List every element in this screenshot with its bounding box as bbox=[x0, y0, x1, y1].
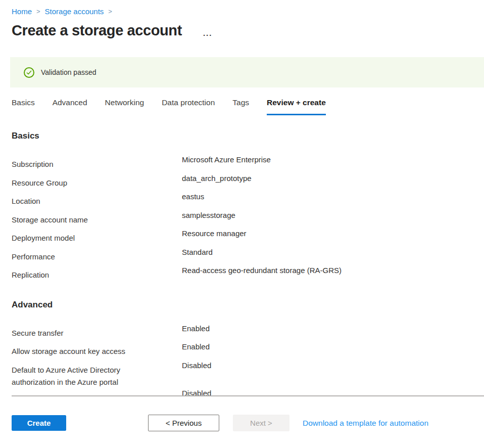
download-template-link[interactable]: Download a template for automation bbox=[303, 419, 428, 428]
section-heading-advanced: Advanced bbox=[12, 300, 484, 310]
row-label: Storage account name bbox=[12, 210, 182, 226]
row-label: Replication bbox=[12, 265, 182, 281]
tab-advanced[interactable]: Advanced bbox=[53, 98, 87, 115]
summary-row-replication: Replication Read-access geo-redundant st… bbox=[12, 265, 484, 284]
row-label: Performance bbox=[12, 247, 182, 263]
section-heading-basics: Basics bbox=[12, 131, 484, 141]
basics-summary-list: Subscription Microsoft Azure Enterprise … bbox=[0, 155, 484, 284]
row-value: Microsoft Azure Enterprise bbox=[182, 155, 271, 165]
create-storage-account-page: Home > Storage accounts > Create a stora… bbox=[0, 0, 484, 448]
tab-tags[interactable]: Tags bbox=[232, 98, 249, 115]
page-title: Create a storage account bbox=[12, 22, 182, 39]
row-label: Resource Group bbox=[12, 173, 182, 189]
row-value: eastus bbox=[182, 192, 204, 202]
breadcrumb-separator-icon: > bbox=[108, 8, 112, 15]
summary-row-resource-group: Resource Group data_arch_prototype bbox=[12, 173, 484, 192]
next-button[interactable]: Next > bbox=[233, 415, 289, 431]
tab-review-create[interactable]: Review + create bbox=[267, 98, 326, 115]
summary-row-performance: Performance Standard bbox=[12, 247, 484, 266]
row-value: Disabled bbox=[182, 388, 211, 396]
more-options-ellipsis-icon[interactable]: ... bbox=[201, 31, 215, 36]
row-label: Default to Azure Active Directory author… bbox=[12, 361, 182, 388]
wizard-footer: Create < Previous Next > Download a temp… bbox=[0, 396, 484, 431]
row-value: data_arch_prototype bbox=[182, 173, 252, 184]
breadcrumb: Home > Storage accounts > bbox=[0, 0, 484, 16]
previous-button[interactable]: < Previous bbox=[148, 415, 219, 431]
row-label: Allow storage account key access bbox=[12, 342, 182, 357]
summary-row-subscription: Subscription Microsoft Azure Enterprise bbox=[12, 155, 484, 173]
row-value: Enabled bbox=[182, 324, 210, 334]
create-button[interactable]: Create bbox=[12, 415, 66, 431]
row-label: Secure transfer bbox=[12, 324, 182, 339]
summary-row-storage-account-name: Storage account name samplesstorage bbox=[12, 210, 484, 229]
summary-row-deployment-model: Deployment model Resource manager bbox=[12, 229, 484, 247]
wizard-tabs: Basics Advanced Networking Data protecti… bbox=[12, 98, 484, 115]
breadcrumb-home-link[interactable]: Home bbox=[12, 7, 32, 16]
validation-banner: Validation passed bbox=[10, 57, 484, 87]
breadcrumb-separator-icon: > bbox=[36, 8, 40, 15]
title-row: Create a storage account ... bbox=[12, 22, 484, 39]
summary-row-location: Location eastus bbox=[12, 192, 484, 210]
row-label: Location bbox=[12, 192, 182, 207]
row-value: Read-access geo-redundant storage (RA-GR… bbox=[182, 265, 342, 276]
breadcrumb-storage-accounts-link[interactable]: Storage accounts bbox=[45, 7, 104, 16]
row-label: Subscription bbox=[12, 155, 182, 170]
wizard-content: Home > Storage accounts > Create a stora… bbox=[0, 0, 484, 395]
summary-row-clipped: Disabled bbox=[12, 388, 484, 396]
row-value: Resource manager bbox=[182, 229, 247, 239]
row-value: Standard bbox=[182, 247, 213, 257]
tab-basics[interactable]: Basics bbox=[12, 98, 35, 115]
row-value: samplesstorage bbox=[182, 210, 235, 220]
row-label bbox=[12, 388, 182, 392]
advanced-summary-list: Secure transfer Enabled Allow storage ac… bbox=[0, 324, 484, 396]
row-value: Disabled bbox=[182, 361, 211, 371]
tab-data-protection[interactable]: Data protection bbox=[162, 98, 215, 115]
summary-row-aad-authorization: Default to Azure Active Directory author… bbox=[12, 361, 484, 388]
row-value: Enabled bbox=[182, 342, 210, 352]
row-label: Deployment model bbox=[12, 229, 182, 244]
validation-message: Validation passed bbox=[41, 68, 96, 76]
summary-row-secure-transfer: Secure transfer Enabled bbox=[12, 324, 484, 342]
summary-row-key-access: Allow storage account key access Enabled bbox=[12, 342, 484, 361]
tab-networking[interactable]: Networking bbox=[105, 98, 144, 115]
check-circle-icon bbox=[24, 67, 34, 78]
